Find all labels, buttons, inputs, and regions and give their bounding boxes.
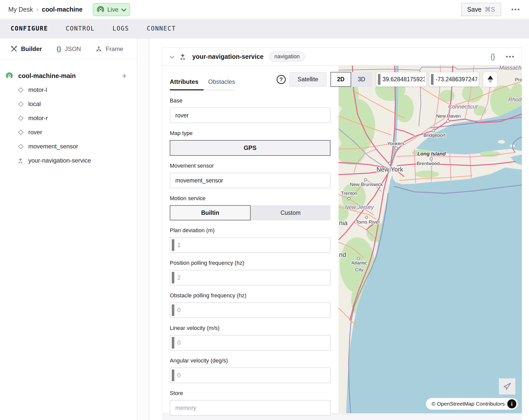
- svg-text:Toms River: Toms River: [356, 219, 380, 225]
- svg-text:Atlantic: Atlantic: [351, 260, 367, 266]
- builder-tools-icon: [11, 45, 17, 52]
- svg-text:nd: nd: [339, 251, 346, 258]
- position-polling-label: Position polling frequency (hz): [170, 260, 330, 266]
- info-icon[interactable]: i: [507, 399, 516, 408]
- builder-label: Builder: [21, 45, 42, 52]
- linear-velocity-drag-handle[interactable]: [172, 337, 174, 349]
- motion-builtin-button[interactable]: Builtin: [170, 205, 251, 220]
- tab-obstacles[interactable]: Obstacles: [204, 76, 235, 90]
- longitude-drag-handle[interactable]: [431, 74, 434, 85]
- save-button[interactable]: Save ⌘S: [461, 3, 501, 16]
- panel-tabs: Attributes Obstacles: [170, 76, 235, 90]
- service-title: your-navigation-service: [192, 53, 263, 60]
- plan-deviation-drag-handle[interactable]: [172, 239, 174, 251]
- frame-axes-icon: [95, 46, 102, 52]
- angular-velocity-input[interactable]: [174, 370, 328, 381]
- stepper-up-icon[interactable]: [488, 75, 493, 80]
- stepper-down-icon[interactable]: [488, 80, 493, 83]
- component-diamond-icon: [18, 144, 23, 149]
- longitude-input[interactable]: [434, 76, 477, 83]
- tree-item-label: rover: [28, 129, 42, 136]
- tree-item-label: motor-l: [28, 86, 47, 93]
- svg-text:Connecticut: Connecticut: [448, 103, 478, 110]
- view-3d-button[interactable]: 3D: [351, 72, 372, 87]
- code-icon[interactable]: {}: [491, 53, 495, 61]
- tree-root-label: cool-machine-main: [18, 72, 117, 80]
- machine-tab-bar: CONFIGURE CONTROL LOGS CONNECT: [0, 19, 529, 38]
- main-config-area: your-navigation-service navigation {} ••…: [149, 38, 529, 420]
- navigation-map[interactable]: MassachProRhodConnecticutNew HavenBridge…: [339, 66, 522, 413]
- tab-configure[interactable]: CONFIGURE: [11, 23, 48, 34]
- live-status-dropdown[interactable]: Live: [93, 3, 130, 16]
- movement-sensor-input[interactable]: [170, 173, 330, 188]
- satellite-toggle-button[interactable]: Satellite: [290, 72, 326, 87]
- config-sidebar: Builder {} JSON Frame: [0, 38, 137, 420]
- map-attribution: © OpenStreetMap Contributors i: [426, 398, 518, 410]
- card-more-menu-icon[interactable]: •••: [506, 53, 515, 61]
- svg-text:Rhod: Rhod: [508, 96, 522, 103]
- store-input[interactable]: [170, 400, 330, 416]
- card-body: MassachProRhodConnecticutNew HavenBridge…: [162, 66, 521, 413]
- add-component-icon[interactable]: +: [122, 71, 127, 80]
- tab-control[interactable]: CONTROL: [66, 23, 95, 34]
- navigation-arrow-icon: [503, 382, 512, 391]
- angular-velocity-drag-handle[interactable]: [172, 370, 174, 381]
- tree-item-local[interactable]: local: [0, 97, 137, 111]
- obstacle-polling-label: Obstacle polling frequency (hz): [170, 292, 330, 299]
- latitude-drag-handle[interactable]: [378, 74, 380, 85]
- tab-attributes[interactable]: Attributes: [170, 76, 204, 90]
- map-svg: MassachProRhodConnecticutNew HavenBridge…: [339, 66, 522, 413]
- breadcrumb-root[interactable]: My Desk: [8, 6, 33, 13]
- position-polling-drag-handle[interactable]: [172, 272, 174, 283]
- tree-item-rover[interactable]: rover: [0, 125, 137, 139]
- motion-custom-button[interactable]: Custom: [251, 205, 330, 220]
- svg-text:Massach: Massach: [499, 66, 521, 71]
- frame-label: Frame: [106, 45, 123, 52]
- save-shortcut: ⌘S: [485, 6, 495, 13]
- obstacle-polling-field: Obstacle polling frequency (hz): [170, 292, 330, 318]
- tree-root-cool-machine-main[interactable]: cool-machine-main +: [0, 69, 137, 83]
- tree-item-motor-r[interactable]: motor-r: [0, 111, 137, 125]
- map-type-gps-button[interactable]: GPS: [170, 140, 330, 156]
- tab-connect[interactable]: CONNECT: [147, 23, 176, 34]
- svg-text:Yonkers: Yonkers: [387, 141, 404, 146]
- tree-item-movement-sensor[interactable]: movement_sensor: [0, 139, 137, 153]
- svg-text:nia: nia: [339, 219, 347, 226]
- view-mode-json[interactable]: {} JSON: [57, 45, 81, 52]
- view-mode-frame[interactable]: Frame: [95, 45, 123, 52]
- view-2d-button[interactable]: 2D: [330, 72, 351, 87]
- machine-part-icon: [6, 72, 13, 80]
- tree-item-navigation-service[interactable]: your-navigation-service: [0, 153, 137, 168]
- store-label: Store: [170, 390, 330, 397]
- linear-velocity-input[interactable]: [174, 337, 328, 349]
- movement-sensor-label: Movement sensor: [170, 163, 330, 169]
- breadcrumb-separator-icon: ›: [36, 6, 38, 13]
- plan-deviation-input[interactable]: [174, 239, 328, 251]
- obstacle-polling-drag-handle[interactable]: [172, 304, 174, 316]
- latitude-field: [376, 72, 427, 87]
- component-diamond-icon: [18, 101, 23, 107]
- svg-text:Pro: Pro: [515, 77, 522, 82]
- view-mode-bar: Builder {} JSON Frame: [0, 38, 137, 60]
- motion-service-toggle: Builtin Custom: [170, 205, 330, 220]
- obstacle-polling-input[interactable]: [174, 304, 328, 316]
- svg-text:Bridgeport: Bridgeport: [423, 133, 446, 138]
- map-type-field: Map type GPS: [170, 130, 330, 156]
- tree-item-label: local: [28, 100, 41, 108]
- coordinate-stepper: [483, 72, 497, 87]
- latitude-input[interactable]: [380, 76, 425, 83]
- braces-icon: {}: [57, 45, 61, 52]
- tab-logs[interactable]: LOGS: [112, 23, 129, 34]
- view-mode-builder[interactable]: Builder: [11, 45, 42, 52]
- more-menu-icon[interactable]: •••: [511, 6, 520, 13]
- card-header: your-navigation-service navigation {} ••…: [162, 48, 521, 66]
- position-polling-input[interactable]: [174, 272, 328, 283]
- help-icon[interactable]: ?: [277, 75, 286, 84]
- locate-button[interactable]: [499, 378, 515, 395]
- machine-part-tree: cool-machine-main + motor-l local motor-…: [0, 60, 137, 168]
- base-input[interactable]: [170, 108, 330, 123]
- longitude-field: [429, 72, 479, 87]
- tree-item-motor-l[interactable]: motor-l: [0, 83, 137, 97]
- tree-item-label: movement_sensor: [28, 143, 78, 150]
- collapse-chevron-icon[interactable]: [170, 54, 174, 58]
